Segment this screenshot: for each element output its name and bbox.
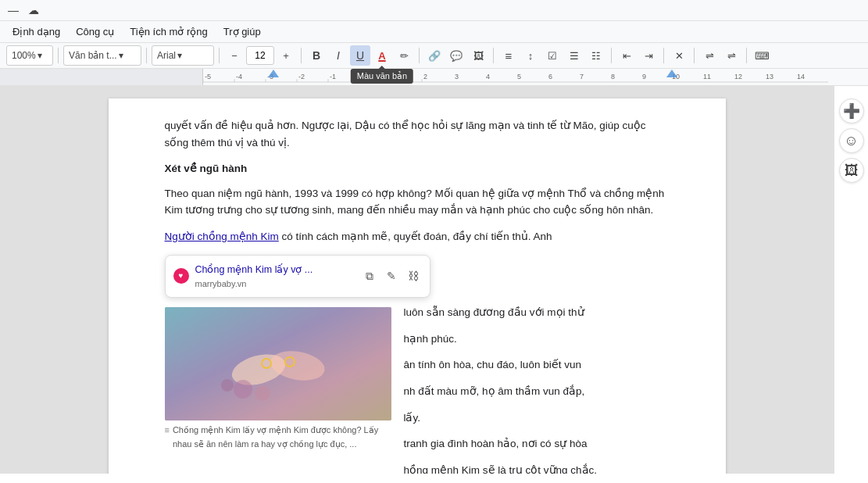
clear-format-button[interactable]: ✕ [669, 45, 689, 66]
link-button[interactable]: 🔗 [424, 45, 445, 66]
right-text: luôn sẵn sàng đương đầu với mọi thử hạnh… [404, 304, 670, 474]
svg-text:13: 13 [766, 73, 773, 80]
toolbar: 100% ▾ Văn bản t... ▾ Arial ▾ − + B I U … [0, 43, 868, 69]
sep1 [58, 48, 59, 63]
style-value: Văn bản t... [69, 50, 117, 61]
add-comment-icon: ➕ [843, 102, 860, 120]
font-value: Arial [157, 50, 176, 61]
right-p5: lấy. [404, 410, 670, 427]
numbered-list-button[interactable]: ☷ [586, 45, 606, 66]
font-size-input[interactable] [246, 46, 274, 65]
sep7 [611, 48, 612, 63]
bold-button[interactable]: B [306, 45, 327, 66]
link-card-unlink-btn[interactable]: ⛓ [405, 267, 422, 284]
font-arrow: ▾ [177, 50, 182, 61]
underline-button[interactable]: U [350, 45, 370, 66]
cloud-icon[interactable]: ☁ [27, 3, 41, 17]
link-card-title[interactable]: Chồng mệnh Kim lấy vợ ... [195, 262, 355, 277]
link-card-edit-btn[interactable]: ✎ [383, 267, 400, 284]
image-suggestion-icon: 🖼 [845, 163, 859, 179]
doc-scroll[interactable]: quyết vấn đề hiệu quả hơn. Ngược lại, Dậ… [0, 86, 834, 474]
image-button[interactable]: 🖼 [468, 45, 488, 66]
link-card-copy-btn[interactable]: ⧉ [361, 267, 378, 284]
link-card-content: Chồng mệnh Kim lấy vợ ... marrybaby.vn [195, 262, 355, 292]
para-2: Theo quan niệm ngũ hành, 1993 và 1999 có… [165, 185, 670, 219]
highlight-button[interactable]: ✏ [394, 45, 414, 66]
right-p7: hồng mệnh Kim sẽ là trụ cột vững chắc, [404, 462, 670, 474]
svg-text:6: 6 [548, 73, 552, 80]
menu-dinh-dang[interactable]: Định dạng [6, 23, 66, 41]
comment-button[interactable]: 💬 [446, 45, 466, 66]
italic-button[interactable]: I [328, 45, 348, 66]
line-spacing-button[interactable]: ↕ [520, 45, 541, 66]
emoji-btn[interactable]: ☺ [839, 128, 864, 153]
doc-content: quyết vấn đề hiệu quả hơn. Ngược lại, Dậ… [165, 117, 670, 474]
menu-cong-cu[interactable]: Công cụ [70, 23, 120, 41]
para-3: Người chồng mệnh Kim có tính cách mạnh m… [165, 228, 670, 245]
image-svg [165, 307, 391, 420]
image-card: ≡ Chồng mệnh Kim lấy vợ mệnh Kim được kh… [165, 307, 391, 474]
sep2 [146, 48, 147, 63]
menu-bar: Định dạng Công cụ Tiện ích mở rộng Trợ g… [0, 21, 868, 43]
link-card-actions: ⧉ ✎ ⛓ [361, 267, 422, 284]
svg-text:14: 14 [797, 73, 805, 80]
font-dropdown[interactable]: Arial ▾ [152, 45, 214, 66]
image-placeholder[interactable] [165, 307, 391, 420]
image-suggestion-btn[interactable]: 🖼 [839, 158, 864, 183]
right-panel: ➕ ☺ 🖼 [834, 86, 868, 474]
align-button[interactable]: ≡ [498, 45, 519, 66]
menu-tien-ich[interactable]: Tiện ích mở rộng [123, 23, 213, 41]
heading-ngu-hanh: Xét về ngũ hành [165, 160, 670, 177]
text-direction-rtl[interactable]: ⇌ [721, 45, 741, 66]
link-card: ♥ Chồng mệnh Kim lấy vợ ... marrybaby.vn… [165, 255, 430, 299]
zoom-value: 100% [12, 50, 36, 61]
svg-point-36 [234, 380, 252, 399]
style-dropdown[interactable]: Văn bản t... ▾ [63, 45, 141, 66]
caption-text: Chồng mệnh Kim lấy vợ mệnh Kim được khôn… [173, 424, 391, 451]
text-direction-ltr[interactable]: ⇌ [699, 45, 720, 66]
sep9 [694, 48, 695, 63]
sep3 [219, 48, 220, 63]
right-p4: nh đất màu mỡ, họ âm thầm vun đắp, [404, 383, 670, 400]
more-options[interactable]: ⌨ [752, 45, 773, 66]
svg-text:7: 7 [580, 73, 584, 80]
svg-point-38 [221, 379, 234, 392]
emoji-icon: ☺ [844, 133, 858, 149]
minimize-icon[interactable]: — [6, 3, 20, 17]
svg-text:-2: -2 [298, 73, 305, 80]
font-size-decrease[interactable]: − [224, 45, 245, 66]
image-caption: ≡ Chồng mệnh Kim lấy vợ mệnh Kim được kh… [165, 424, 391, 451]
style-arrow: ▾ [119, 50, 123, 61]
font-color-button[interactable]: A [372, 45, 392, 66]
svg-text:8: 8 [611, 73, 615, 80]
svg-text:12: 12 [734, 73, 742, 80]
sep10 [746, 48, 747, 63]
link-favicon: ♥ [173, 268, 189, 284]
document-area: quyết vấn đề hiệu quả hơn. Ngược lại, Dậ… [0, 86, 868, 474]
ruler-inner: -5 -4 -3 -2 -1 0 1 2 3 4 5 6 7 8 9 10 11… [0, 69, 868, 85]
svg-text:5: 5 [517, 73, 521, 80]
link-nguoi-chong[interactable]: Người chồng mệnh Kim [165, 231, 279, 242]
zoom-dropdown[interactable]: 100% ▾ [6, 45, 53, 66]
right-p1: luôn sẵn sàng đương đầu với mọi thử [404, 304, 670, 321]
checklist-button[interactable]: ☑ [542, 45, 563, 66]
doc-page: quyết vấn đề hiệu quả hơn. Ngược lại, Dậ… [109, 98, 726, 474]
font-color-tooltip: Màu văn bản [351, 69, 413, 84]
svg-text:-4: -4 [236, 73, 242, 80]
para-1: quyết vấn đề hiệu quả hơn. Ngược lại, Dậ… [165, 117, 670, 151]
sep4 [301, 48, 302, 63]
bullet-list-button[interactable]: ☰ [564, 45, 584, 66]
svg-text:-5: -5 [205, 73, 211, 80]
increase-indent-button[interactable]: ⇥ [638, 45, 659, 66]
menu-tro-giup[interactable]: Trợ giúp [217, 23, 267, 41]
add-comment-btn[interactable]: ➕ [839, 98, 864, 123]
ruler: -5 -4 -3 -2 -1 0 1 2 3 4 5 6 7 8 9 10 11… [0, 69, 868, 86]
svg-text:3: 3 [455, 73, 459, 80]
font-size-increase[interactable]: + [276, 45, 296, 66]
top-bar: — ☁ [0, 0, 868, 21]
svg-text:2: 2 [423, 73, 427, 80]
decrease-indent-button[interactable]: ⇤ [616, 45, 637, 66]
zoom-arrow: ▾ [38, 50, 42, 61]
link-card-domain: marrybaby.vn [195, 277, 355, 292]
para-3-text: có tính cách mạnh mẽ, quyết đoán, đầy ch… [279, 231, 552, 242]
